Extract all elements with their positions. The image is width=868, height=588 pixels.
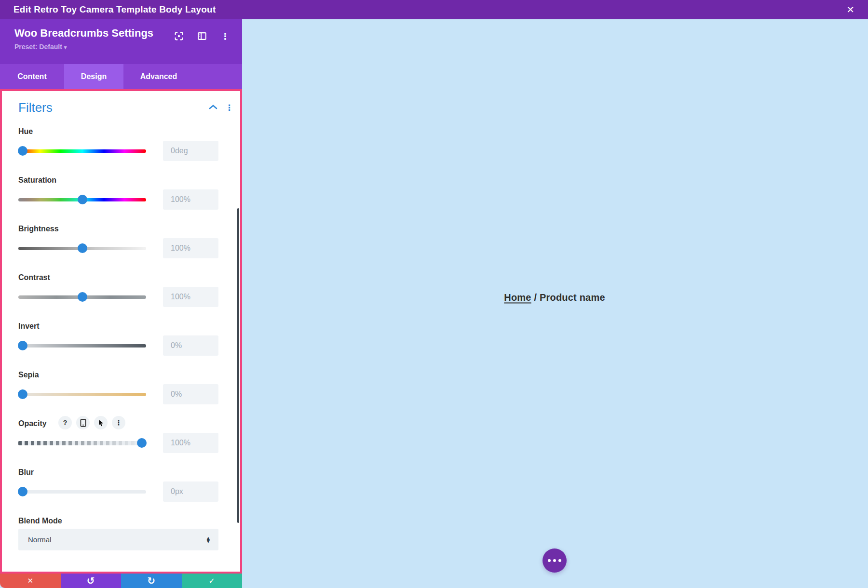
blur-label: Blur (18, 467, 34, 478)
tab-design[interactable]: Design (64, 64, 123, 89)
filter-row-brightness: Brightness (18, 217, 221, 266)
contrast-slider-thumb[interactable] (78, 292, 87, 302)
saturation-value-input[interactable] (163, 189, 218, 210)
chevron-down-icon: ▾ (64, 44, 67, 50)
breadcrumb-home-link[interactable]: Home (504, 292, 531, 303)
blur-slider-thumb[interactable] (18, 487, 27, 496)
invert-slider[interactable] (18, 339, 146, 352)
discard-x-icon: ✕ (27, 576, 33, 585)
undo-button[interactable]: ↺ (61, 574, 122, 588)
blend-mode-value: Normal (28, 535, 51, 544)
sepia-value-input[interactable] (163, 384, 218, 404)
saturation-slider-thumb[interactable] (78, 195, 87, 204)
hue-slider-thumb[interactable] (18, 146, 27, 156)
breadcrumb-current: Product name (540, 292, 605, 303)
hover-cursor-icon[interactable] (94, 416, 108, 429)
brightness-slider-thumb[interactable] (78, 243, 87, 253)
settings-modal-header: Woo Breadcrumbs Settings Preset: Default… (0, 19, 242, 64)
opacity-value-input[interactable] (163, 433, 218, 453)
sepia-label: Sepia (18, 370, 39, 380)
filters-panel: Filters ⋮ Hue Saturation (0, 89, 242, 574)
opacity-slider[interactable] (18, 436, 146, 450)
split-view-icon[interactable] (196, 30, 208, 42)
blend-mode-row: Blend Mode Normal ▲▼ (18, 509, 221, 562)
filter-row-saturation: Saturation (18, 169, 221, 217)
responsive-phone-icon[interactable] (76, 416, 90, 429)
invert-value-input[interactable] (163, 335, 218, 356)
preset-selector[interactable]: Preset: Default▾ (14, 43, 231, 51)
check-icon: ✓ (209, 576, 215, 586)
opacity-label: Opacity (18, 418, 47, 429)
hue-label: Hue (18, 126, 33, 137)
redo-icon: ↻ (147, 575, 155, 587)
tab-advanced[interactable]: Advanced (123, 64, 194, 89)
brightness-slider[interactable] (18, 241, 146, 255)
modal-footer: ✕ ↺ ↻ ✓ (0, 574, 242, 588)
save-button[interactable]: ✓ (182, 574, 243, 588)
brightness-value-input[interactable] (163, 238, 218, 258)
sepia-slider-thumb[interactable] (18, 389, 27, 399)
invert-slider-thumb[interactable] (18, 341, 27, 350)
help-icon[interactable]: ? (58, 416, 72, 429)
contrast-slider[interactable] (18, 290, 146, 304)
tab-content[interactable]: Content (0, 64, 64, 89)
sepia-slider[interactable] (18, 388, 146, 401)
section-title-filters: Filters (18, 100, 53, 115)
brightness-label: Brightness (18, 224, 59, 234)
collapse-section-chevron-up-icon[interactable] (209, 103, 217, 112)
hue-value-input[interactable] (163, 141, 218, 161)
filter-row-sepia: Sepia (18, 363, 221, 412)
hue-slider[interactable] (18, 144, 146, 158)
select-arrows-icon: ▲▼ (207, 536, 210, 543)
modal-tabbar: Content Design Advanced (0, 64, 242, 89)
module-actions-ellipsis-button[interactable] (542, 548, 567, 573)
blend-mode-select[interactable]: Normal ▲▼ (18, 529, 218, 550)
blend-mode-label: Blend Mode (18, 516, 62, 526)
opacity-slider-thumb[interactable] (137, 438, 147, 448)
contrast-value-input[interactable] (163, 287, 218, 307)
breadcrumb: Home / Product name (504, 292, 605, 303)
filter-row-contrast: Contrast (18, 266, 221, 315)
filter-row-opacity: Opacity ? ⋮ (18, 412, 221, 461)
contrast-label: Contrast (18, 272, 50, 283)
section-menu-kebab-icon[interactable]: ⋮ (225, 105, 233, 110)
filter-row-blur: Blur (18, 461, 221, 509)
option-kebab-icon[interactable]: ⋮ (112, 416, 125, 429)
filter-row-invert: Invert (18, 315, 221, 363)
discard-button[interactable]: ✕ (0, 574, 61, 588)
blur-value-input[interactable] (163, 481, 218, 502)
undo-icon: ↺ (87, 575, 95, 587)
modal-menu-kebab-icon[interactable]: ⋮ (219, 30, 231, 42)
page-title: Edit Retro Toy Camera Template Body Layo… (14, 4, 216, 15)
focus-module-icon[interactable] (173, 30, 185, 42)
saturation-slider[interactable] (18, 193, 146, 206)
breadcrumb-separator: / (531, 292, 540, 303)
close-icon[interactable]: ✕ (846, 5, 854, 14)
saturation-label: Saturation (18, 175, 56, 186)
invert-label: Invert (18, 321, 40, 332)
panel-scrollbar[interactable] (237, 208, 239, 523)
filter-row-hue: Hue (18, 120, 221, 169)
top-admin-bar: Edit Retro Toy Camera Template Body Layo… (0, 0, 868, 19)
redo-button[interactable]: ↻ (121, 574, 182, 588)
blur-slider[interactable] (18, 485, 146, 498)
